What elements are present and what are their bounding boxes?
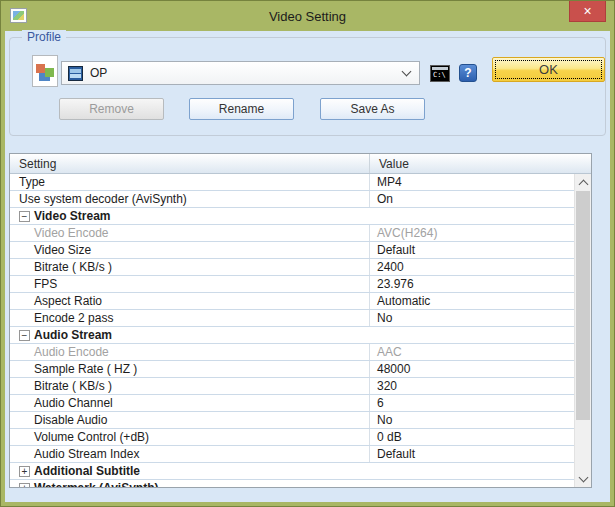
chevron-down-icon — [402, 67, 412, 77]
help-button[interactable]: ? — [459, 64, 477, 82]
group-row[interactable]: −Audio Stream — [10, 327, 574, 344]
save-as-button[interactable]: Save As — [320, 98, 425, 120]
setting-cell: Disable Audio — [10, 412, 370, 428]
setting-row[interactable]: TypeMP4 — [10, 174, 574, 191]
profile-combobox[interactable]: OP — [61, 61, 420, 85]
value-cell: 48000 — [370, 361, 574, 377]
rename-button[interactable]: Rename — [189, 98, 294, 120]
setting-row[interactable]: Video SizeDefault — [10, 242, 574, 259]
group-row-label: Watermark (AviSynth) — [34, 481, 158, 487]
profile-combobox-value: OP — [90, 66, 107, 80]
value-cell: Default — [370, 446, 574, 462]
setting-cell: Type — [10, 174, 370, 190]
setting-row[interactable]: FPS23.976 — [10, 276, 574, 293]
close-button[interactable]: × — [569, 1, 606, 22]
setting-row[interactable]: Bitrate ( KB/s )320 — [10, 378, 574, 395]
setting-cell: Video Encode — [10, 225, 370, 241]
setting-cell: Aspect Ratio — [10, 293, 370, 309]
setting-row[interactable]: Volume Control (+dB)0 dB — [10, 429, 574, 446]
setting-cell: Bitrate ( KB/s ) — [10, 259, 370, 275]
setting-row[interactable]: Audio EncodeAAC — [10, 344, 574, 361]
scrollbar-thumb[interactable] — [576, 191, 590, 420]
setting-row[interactable]: Disable AudioNo — [10, 412, 574, 429]
setting-row[interactable]: Audio Stream IndexDefault — [10, 446, 574, 463]
setting-row[interactable]: Sample Rate ( HZ )48000 — [10, 361, 574, 378]
cli-prompt-icon: C:\ — [433, 71, 446, 79]
value-cell: No — [370, 412, 574, 428]
ok-button[interactable]: OK — [492, 57, 605, 82]
setting-row[interactable]: Audio Channel6 — [10, 395, 574, 412]
value-cell: No — [370, 310, 574, 326]
value-cell: Default — [370, 242, 574, 258]
expand-toggle-icon[interactable]: + — [19, 483, 30, 488]
setting-cell: FPS — [10, 276, 370, 292]
setting-row[interactable]: Aspect RatioAutomatic — [10, 293, 574, 310]
command-line-button[interactable]: C:\ — [430, 65, 450, 82]
setting-row[interactable]: Encode 2 passNo — [10, 310, 574, 327]
group-row[interactable]: +Watermark (AviSynth) — [10, 480, 574, 487]
value-cell: AAC — [370, 344, 574, 360]
value-cell: 2400 — [370, 259, 574, 275]
group-row[interactable]: +Additional Subtitle — [10, 463, 574, 480]
setting-cell: Video Size — [10, 242, 370, 258]
value-cell: 6 — [370, 395, 574, 411]
scroll-down-button[interactable] — [575, 470, 591, 487]
value-cell: 0 dB — [370, 429, 574, 445]
setting-row[interactable]: Video EncodeAVC(H264) — [10, 225, 574, 242]
profile-group-label: Profile — [22, 30, 66, 44]
value-cell: 320 — [370, 378, 574, 394]
setting-row[interactable]: Bitrate ( KB/s )2400 — [10, 259, 574, 276]
setting-cell: Volume Control (+dB) — [10, 429, 370, 445]
video-setting-dialog: Video Setting × Profile OP C:\ ? OK Remo… — [0, 0, 615, 507]
chevron-down-icon — [578, 472, 588, 482]
expand-toggle-icon[interactable]: + — [19, 466, 30, 477]
column-header-setting[interactable]: Setting — [10, 154, 370, 173]
titlebar: Video Setting × — [1, 1, 614, 31]
app-icon — [10, 8, 27, 23]
chevron-up-icon — [578, 179, 588, 189]
group-row-label: Additional Subtitle — [34, 464, 140, 478]
setting-row[interactable]: Use system decoder (AviSynth)On — [10, 191, 574, 208]
table-header: Setting Value — [10, 154, 591, 174]
table-body: TypeMP4Use system decoder (AviSynth)On−V… — [10, 174, 574, 487]
collapse-toggle-icon[interactable]: − — [19, 211, 30, 222]
setting-cell: Audio Encode — [10, 344, 370, 360]
setting-cell: Bitrate ( KB/s ) — [10, 378, 370, 394]
setting-cell: Encode 2 pass — [10, 310, 370, 326]
collapse-toggle-icon[interactable]: − — [19, 330, 30, 341]
group-row-label: Video Stream — [34, 209, 110, 223]
setting-cell: Audio Channel — [10, 395, 370, 411]
value-cell: MP4 — [370, 174, 574, 190]
group-row-label: Audio Stream — [34, 328, 112, 342]
vertical-scrollbar[interactable] — [574, 174, 591, 487]
group-row[interactable]: −Video Stream — [10, 208, 574, 225]
profile-file-icon — [32, 55, 58, 87]
column-header-value[interactable]: Value — [370, 154, 591, 173]
dialog-body: Profile OP C:\ ? OK Remove Rename Save A… — [5, 31, 610, 502]
profile-group: Profile OP C:\ ? OK Remove Rename Save A… — [9, 37, 606, 136]
remove-button: Remove — [59, 98, 164, 120]
film-icon — [68, 66, 83, 81]
value-cell: Automatic — [370, 293, 574, 309]
setting-cell: Use system decoder (AviSynth) — [10, 191, 370, 207]
setting-cell: Audio Stream Index — [10, 446, 370, 462]
settings-table: Setting Value TypeMP4Use system decoder … — [9, 153, 592, 488]
setting-cell: Sample Rate ( HZ ) — [10, 361, 370, 377]
value-cell: 23.976 — [370, 276, 574, 292]
value-cell: On — [370, 191, 574, 207]
scroll-up-button[interactable] — [575, 174, 591, 191]
cli-titlebar-icon — [432, 67, 448, 70]
value-cell: AVC(H264) — [370, 225, 574, 241]
window-title: Video Setting — [269, 9, 346, 24]
